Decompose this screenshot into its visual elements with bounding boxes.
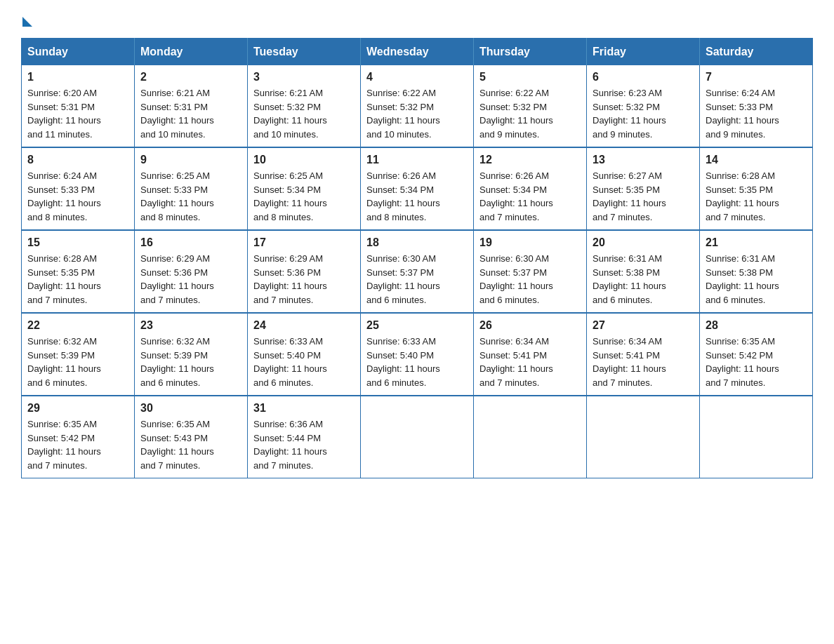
sunset-time: 5:32 PM <box>626 102 660 112</box>
day-number: 23 <box>140 319 241 332</box>
calendar-cell <box>361 396 474 478</box>
calendar-cell <box>700 396 813 478</box>
sunset-label: Sunset: <box>27 102 61 112</box>
sunset-time: 5:31 PM <box>61 102 95 112</box>
sunrise-time: 6:34 AM <box>628 336 662 347</box>
daylight-label: Daylight: 11 hours and 6 minutes. <box>479 281 553 305</box>
daylight-label: Daylight: 11 hours and 8 minutes. <box>140 198 214 222</box>
sunrise-label: Sunrise: <box>706 88 741 98</box>
sunset-label: Sunset: <box>253 185 287 195</box>
logo <box>21 14 32 24</box>
day-header-sunday: Sunday <box>22 39 135 66</box>
sunset-time: 5:37 PM <box>400 267 434 278</box>
sunrise-time: 6:25 AM <box>176 170 210 181</box>
calendar-cell: 13 Sunrise: 6:27 AM Sunset: 5:35 PM Dayl… <box>587 147 700 230</box>
day-info: Sunrise: 6:30 AM Sunset: 5:37 PM Dayligh… <box>479 252 581 307</box>
sunset-time: 5:33 PM <box>739 102 773 112</box>
calendar-cell: 7 Sunrise: 6:24 AM Sunset: 5:33 PM Dayli… <box>700 65 813 147</box>
day-info: Sunrise: 6:26 AM Sunset: 5:34 PM Dayligh… <box>479 169 581 224</box>
sunset-time: 5:36 PM <box>287 267 321 278</box>
sunrise-time: 6:34 AM <box>515 336 549 347</box>
day-number: 5 <box>479 71 581 83</box>
day-header-wednesday: Wednesday <box>361 39 474 66</box>
day-info: Sunrise: 6:32 AM Sunset: 5:39 PM Dayligh… <box>27 335 128 389</box>
day-info: Sunrise: 6:20 AM Sunset: 5:31 PM Dayligh… <box>27 86 128 141</box>
day-info: Sunrise: 6:26 AM Sunset: 5:34 PM Dayligh… <box>366 169 468 224</box>
daylight-label: Daylight: 11 hours and 7 minutes. <box>479 198 553 222</box>
daylight-label: Daylight: 11 hours and 7 minutes. <box>253 281 327 305</box>
day-header-saturday: Saturday <box>700 39 813 66</box>
day-number: 20 <box>593 236 694 249</box>
day-info: Sunrise: 6:22 AM Sunset: 5:32 PM Dayligh… <box>479 86 581 141</box>
sunrise-label: Sunrise: <box>366 170 402 181</box>
calendar-cell: 28 Sunrise: 6:35 AM Sunset: 5:42 PM Dayl… <box>700 313 813 396</box>
day-info: Sunrise: 6:28 AM Sunset: 5:35 PM Dayligh… <box>706 169 807 224</box>
day-number: 28 <box>706 319 807 332</box>
sunrise-label: Sunrise: <box>140 336 176 347</box>
daylight-label: Daylight: 11 hours and 8 minutes. <box>27 198 101 222</box>
sunset-label: Sunset: <box>366 102 400 112</box>
sunset-time: 5:35 PM <box>626 185 660 195</box>
day-number: 17 <box>253 236 355 249</box>
day-number: 14 <box>706 154 807 166</box>
sunrise-label: Sunrise: <box>366 336 402 347</box>
day-info: Sunrise: 6:21 AM Sunset: 5:31 PM Dayligh… <box>140 86 241 141</box>
sunrise-label: Sunrise: <box>27 419 63 429</box>
day-info: Sunrise: 6:35 AM Sunset: 5:42 PM Dayligh… <box>27 417 128 472</box>
sunrise-time: 6:31 AM <box>628 253 662 264</box>
day-number: 29 <box>27 402 128 415</box>
sunrise-label: Sunrise: <box>27 253 63 264</box>
calendar-cell: 8 Sunrise: 6:24 AM Sunset: 5:33 PM Dayli… <box>22 147 135 230</box>
daylight-label: Daylight: 11 hours and 6 minutes. <box>366 281 440 305</box>
sunrise-time: 6:29 AM <box>176 253 210 264</box>
day-info: Sunrise: 6:24 AM Sunset: 5:33 PM Dayligh… <box>706 86 807 141</box>
day-number: 13 <box>593 154 694 166</box>
day-number: 21 <box>706 236 807 249</box>
daylight-label: Daylight: 11 hours and 7 minutes. <box>253 446 327 471</box>
sunrise-label: Sunrise: <box>366 88 402 98</box>
sunrise-time: 6:31 AM <box>741 253 775 264</box>
sunrise-label: Sunrise: <box>706 170 741 181</box>
sunrise-label: Sunrise: <box>253 253 289 264</box>
calendar-cell: 29 Sunrise: 6:35 AM Sunset: 5:42 PM Dayl… <box>22 396 135 478</box>
calendar-cell: 26 Sunrise: 6:34 AM Sunset: 5:41 PM Dayl… <box>474 313 587 396</box>
day-info: Sunrise: 6:27 AM Sunset: 5:35 PM Dayligh… <box>593 169 694 224</box>
calendar-header-row: SundayMondayTuesdayWednesdayThursdayFrid… <box>22 39 813 66</box>
sunrise-time: 6:30 AM <box>402 253 436 264</box>
sunset-label: Sunset: <box>479 267 513 278</box>
calendar-cell: 1 Sunrise: 6:20 AM Sunset: 5:31 PM Dayli… <box>22 65 135 147</box>
sunrise-time: 6:36 AM <box>289 419 323 429</box>
sunrise-time: 6:20 AM <box>63 88 97 98</box>
sunrise-time: 6:28 AM <box>63 253 97 264</box>
day-header-friday: Friday <box>587 39 700 66</box>
sunset-label: Sunset: <box>366 350 400 361</box>
sunset-time: 5:44 PM <box>287 433 321 443</box>
sunset-label: Sunset: <box>706 267 739 278</box>
day-info: Sunrise: 6:36 AM Sunset: 5:44 PM Dayligh… <box>253 417 355 472</box>
day-info: Sunrise: 6:23 AM Sunset: 5:32 PM Dayligh… <box>593 86 694 141</box>
week-row-2: 8 Sunrise: 6:24 AM Sunset: 5:33 PM Dayli… <box>22 147 813 230</box>
day-info: Sunrise: 6:28 AM Sunset: 5:35 PM Dayligh… <box>27 252 128 307</box>
calendar-cell: 20 Sunrise: 6:31 AM Sunset: 5:38 PM Dayl… <box>587 230 700 313</box>
day-number: 10 <box>253 154 355 166</box>
daylight-label: Daylight: 11 hours and 6 minutes. <box>253 363 327 388</box>
sunrise-time: 6:27 AM <box>628 170 662 181</box>
sunrise-label: Sunrise: <box>140 170 176 181</box>
sunrise-label: Sunrise: <box>253 336 289 347</box>
day-number: 8 <box>27 154 128 166</box>
daylight-label: Daylight: 11 hours and 8 minutes. <box>366 198 440 222</box>
day-number: 1 <box>27 71 128 83</box>
sunrise-time: 6:26 AM <box>402 170 436 181</box>
daylight-label: Daylight: 11 hours and 7 minutes. <box>27 281 101 305</box>
day-info: Sunrise: 6:29 AM Sunset: 5:36 PM Dayligh… <box>253 252 355 307</box>
day-number: 31 <box>253 402 355 415</box>
day-number: 26 <box>479 319 581 332</box>
calendar-cell: 4 Sunrise: 6:22 AM Sunset: 5:32 PM Dayli… <box>361 65 474 147</box>
sunrise-time: 6:24 AM <box>741 88 775 98</box>
day-info: Sunrise: 6:25 AM Sunset: 5:34 PM Dayligh… <box>253 169 355 224</box>
sunrise-time: 6:28 AM <box>741 170 775 181</box>
daylight-label: Daylight: 11 hours and 9 minutes. <box>479 115 553 140</box>
daylight-label: Daylight: 11 hours and 7 minutes. <box>593 363 666 388</box>
sunrise-time: 6:25 AM <box>289 170 323 181</box>
day-info: Sunrise: 6:31 AM Sunset: 5:38 PM Dayligh… <box>706 252 807 307</box>
